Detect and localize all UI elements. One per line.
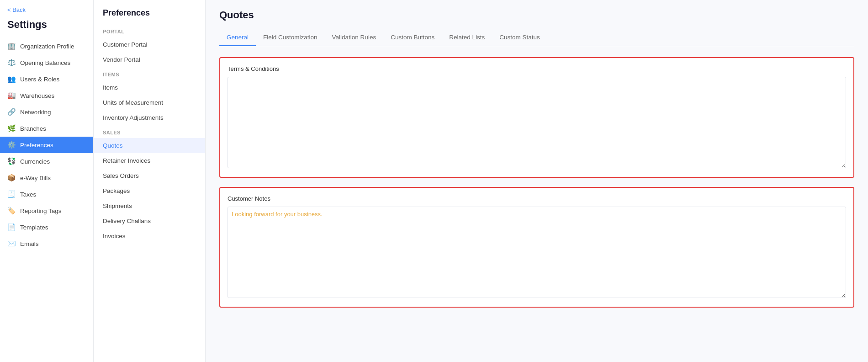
- middle-item-units-of-measurement[interactable]: Units of Measurement: [94, 95, 205, 110]
- sidebar-item-warehouses[interactable]: 🏭 Warehouses: [0, 87, 93, 104]
- tabs-bar: GeneralField CustomizationValidation Rul…: [219, 29, 854, 46]
- sidebar-item-label: Reporting Tags: [20, 208, 62, 214]
- middle-item-quotes[interactable]: Quotes: [94, 138, 205, 153]
- customer-notes-card: Customer Notes: [219, 187, 854, 308]
- sidebar-item-currencies[interactable]: 💱 Currencies: [0, 153, 93, 170]
- middle-item-sales-orders[interactable]: Sales Orders: [94, 168, 205, 183]
- tab-custom-buttons[interactable]: Custom Buttons: [383, 29, 442, 46]
- terms-conditions-card: Terms & Conditions: [219, 57, 854, 178]
- preferences-icon: ⚙️: [7, 141, 16, 149]
- users-roles-icon: 👥: [7, 75, 16, 83]
- warehouses-icon: 🏭: [7, 91, 16, 100]
- sidebar-item-opening-balances[interactable]: ⚖️ Opening Balances: [0, 54, 93, 71]
- sidebar-item-e-way-bills[interactable]: 📦 e-Way Bills: [0, 170, 93, 186]
- middle-item-vendor-portal[interactable]: Vendor Portal: [94, 52, 205, 67]
- sidebar-item-label: Warehouses: [20, 92, 54, 99]
- sidebar: < Back Settings 🏢 Organization Profile ⚖…: [0, 0, 94, 362]
- taxes-icon: 🧾: [7, 190, 16, 198]
- section-label-sales: SALES: [94, 125, 205, 138]
- tab-general[interactable]: General: [219, 29, 256, 46]
- organization-profile-icon: 🏢: [7, 42, 16, 50]
- middle-item-shipments[interactable]: Shipments: [94, 198, 205, 213]
- sidebar-item-label: Organization Profile: [20, 43, 74, 50]
- middle-item-invoices[interactable]: Invoices: [94, 229, 205, 244]
- middle-panel: Preferences PORTALCustomer PortalVendor …: [94, 0, 206, 362]
- tab-validation-rules[interactable]: Validation Rules: [325, 29, 384, 46]
- sidebar-title: Settings: [0, 17, 93, 38]
- tab-field-customization[interactable]: Field Customization: [256, 29, 325, 46]
- terms-conditions-label: Terms & Conditions: [228, 65, 846, 72]
- templates-icon: 📄: [7, 223, 16, 231]
- middle-item-retainer-invoices[interactable]: Retainer Invoices: [94, 153, 205, 168]
- sidebar-item-label: Opening Balances: [20, 59, 70, 66]
- reporting-tags-icon: 🏷️: [7, 207, 16, 215]
- sidebar-item-templates[interactable]: 📄 Templates: [0, 219, 93, 235]
- back-button[interactable]: < Back: [0, 0, 93, 17]
- e-way-bills-icon: 📦: [7, 174, 16, 182]
- sidebar-item-label: Templates: [20, 224, 48, 231]
- main-content: Quotes GeneralField CustomizationValidat…: [206, 0, 868, 362]
- sidebar-item-label: Preferences: [20, 142, 53, 149]
- sidebar-item-reporting-tags[interactable]: 🏷️ Reporting Tags: [0, 202, 93, 219]
- middle-panel-title: Preferences: [94, 0, 205, 24]
- sidebar-item-label: Branches: [20, 125, 46, 132]
- sidebar-item-emails[interactable]: ✉️ Emails: [0, 235, 93, 252]
- page-title: Quotes: [219, 9, 854, 21]
- sidebar-item-networking[interactable]: 🔗 Networking: [0, 104, 93, 120]
- sidebar-item-label: Taxes: [20, 191, 36, 198]
- sidebar-item-label: Users & Roles: [20, 76, 59, 83]
- middle-item-packages[interactable]: Packages: [94, 183, 205, 198]
- section-label-portal: PORTAL: [94, 24, 205, 37]
- sidebar-item-branches[interactable]: 🌿 Branches: [0, 120, 93, 137]
- section-label-items: ITEMS: [94, 67, 205, 80]
- customer-notes-label: Customer Notes: [228, 195, 846, 202]
- tab-related-lists[interactable]: Related Lists: [442, 29, 492, 46]
- terms-conditions-textarea[interactable]: [228, 77, 846, 168]
- sidebar-item-label: Emails: [20, 240, 39, 247]
- customer-notes-textarea[interactable]: [228, 207, 846, 298]
- branches-icon: 🌿: [7, 124, 16, 133]
- sidebar-item-preferences[interactable]: ⚙️ Preferences: [0, 137, 93, 153]
- middle-item-delivery-challans[interactable]: Delivery Challans: [94, 213, 205, 229]
- sidebar-item-taxes[interactable]: 🧾 Taxes: [0, 186, 93, 202]
- sidebar-item-label: Networking: [20, 109, 51, 116]
- sidebar-item-label: e-Way Bills: [20, 175, 51, 181]
- middle-item-items[interactable]: Items: [94, 80, 205, 95]
- sidebar-item-organization-profile[interactable]: 🏢 Organization Profile: [0, 38, 93, 54]
- tab-custom-status[interactable]: Custom Status: [492, 29, 547, 46]
- middle-item-customer-portal[interactable]: Customer Portal: [94, 37, 205, 52]
- sidebar-item-label: Currencies: [20, 158, 50, 165]
- emails-icon: ✉️: [7, 240, 16, 248]
- opening-balances-icon: ⚖️: [7, 59, 16, 67]
- networking-icon: 🔗: [7, 108, 16, 116]
- sidebar-item-users-roles[interactable]: 👥 Users & Roles: [0, 71, 93, 87]
- middle-item-inventory-adjustments[interactable]: Inventory Adjustments: [94, 110, 205, 125]
- currencies-icon: 💱: [7, 157, 16, 165]
